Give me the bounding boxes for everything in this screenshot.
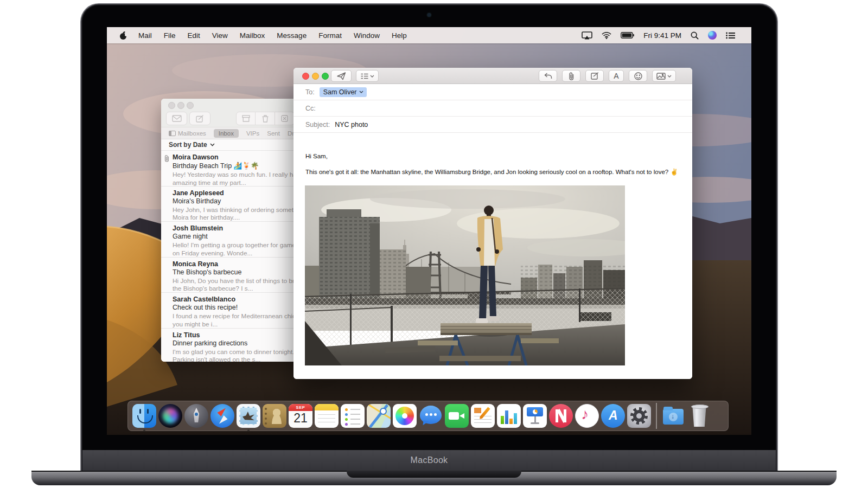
junk-button[interactable] xyxy=(275,112,295,125)
victory-hand-emoji: ✌️ xyxy=(670,169,678,175)
archive-icon xyxy=(242,115,250,122)
dock-app-icon[interactable] xyxy=(627,404,651,428)
get-mail-button[interactable] xyxy=(166,112,187,125)
chevron-down-icon xyxy=(667,75,672,78)
favorites-inbox-selected[interactable]: Inbox xyxy=(214,129,239,138)
favorites-sent[interactable]: Sent xyxy=(267,130,280,137)
notification-center-icon[interactable] xyxy=(726,32,735,39)
menu-item[interactable]: View xyxy=(206,31,234,40)
battery-icon[interactable] xyxy=(621,32,634,38)
dock-app-icon[interactable] xyxy=(184,404,208,428)
to-label: To: xyxy=(305,88,315,96)
undo-button[interactable] xyxy=(539,70,557,82)
clock[interactable]: Fri 9:41 PM xyxy=(643,31,681,40)
subject-label: Subject: xyxy=(305,121,330,129)
sort-by-date-control[interactable]: Sort by Date xyxy=(169,141,207,149)
lid-opening-notch xyxy=(347,471,521,478)
dock-app-icon[interactable] xyxy=(315,404,339,428)
menu-item[interactable]: File xyxy=(158,31,182,40)
cc-field[interactable]: Cc: xyxy=(293,100,692,117)
delete-button[interactable] xyxy=(256,112,275,125)
dock-app-icon[interactable] xyxy=(653,404,659,428)
sender-name: Moira Dawson xyxy=(173,153,219,161)
running-indicator-dot xyxy=(143,429,145,432)
photo-icon xyxy=(656,73,666,80)
dock-app-icon[interactable] xyxy=(158,404,182,428)
wifi-icon[interactable] xyxy=(602,32,611,39)
dock-app-icon[interactable] xyxy=(471,404,495,428)
favorites-mailboxes[interactable]: Mailboxes xyxy=(169,130,206,137)
send-button[interactable] xyxy=(331,70,352,82)
attach-button[interactable] xyxy=(562,70,580,82)
compose-icon xyxy=(196,115,204,123)
message-body[interactable]: Hi Sam, This one's got it all: the Manha… xyxy=(293,133,692,379)
siri-icon[interactable] xyxy=(708,31,717,40)
list-fields-icon xyxy=(361,73,368,79)
close-button[interactable] xyxy=(168,102,175,109)
recipient-token[interactable]: Sam Oliver xyxy=(320,87,367,97)
sender-name: Josh Blumstein xyxy=(173,224,223,232)
favorites-vips[interactable]: VIPs xyxy=(246,130,259,137)
dock-app-icon[interactable] xyxy=(497,404,521,428)
body-greeting: Hi Sam, xyxy=(305,153,328,159)
dock-app-icon[interactable] xyxy=(687,404,711,428)
airplay-display-icon[interactable] xyxy=(582,31,592,40)
menu-item[interactable]: Message xyxy=(271,31,312,40)
chevron-down-icon xyxy=(210,143,215,146)
dock: SEP 21 xyxy=(127,401,729,431)
dock-app-icon[interactable] xyxy=(549,404,573,428)
subject-value: NYC photo xyxy=(335,121,368,129)
menu-item[interactable]: Help xyxy=(386,31,413,40)
stationery-button[interactable] xyxy=(585,70,604,82)
dock-app-icon[interactable] xyxy=(237,404,260,428)
dock-app-icon[interactable] xyxy=(419,404,443,428)
format-button[interactable]: A xyxy=(609,70,624,82)
dock-app-icon[interactable] xyxy=(445,404,469,428)
dock-app-icon[interactable] xyxy=(263,404,286,428)
close-button[interactable] xyxy=(302,73,309,80)
header-fields-button[interactable] xyxy=(356,70,379,82)
envelope-icon xyxy=(172,115,182,122)
menu-item[interactable]: Mail xyxy=(132,31,158,40)
zoom-button[interactable] xyxy=(187,102,194,109)
macbook-label: MacBook xyxy=(411,455,448,465)
dock-app-icon[interactable] xyxy=(367,404,391,428)
archive-button[interactable] xyxy=(236,112,256,125)
macbook-base xyxy=(31,471,837,485)
dock-app-icon[interactable] xyxy=(132,404,156,428)
dock-app-icon[interactable] xyxy=(393,404,417,428)
menu-item[interactable]: Mailbox xyxy=(234,31,271,40)
compose-toolbar[interactable]: A xyxy=(293,68,692,84)
chevron-down-icon xyxy=(359,91,363,93)
dock-app-icon[interactable] xyxy=(341,404,365,428)
trash-icon xyxy=(262,115,269,123)
body-paragraph: This one's got it all: the Manhattan sky… xyxy=(305,168,685,176)
subject-field[interactable]: Subject: NYC photo xyxy=(293,117,692,133)
menu-item[interactable]: Format xyxy=(312,31,348,40)
nyc-rooftop-photo xyxy=(305,185,625,365)
dock-app-icon[interactable] xyxy=(523,404,547,428)
junk-icon xyxy=(281,115,288,122)
screen: MailFileEditViewMailboxMessageFormatWind… xyxy=(107,27,751,435)
emoji-button[interactable] xyxy=(629,70,647,82)
attachment-paperclip-icon xyxy=(164,155,170,164)
dock-app-icon[interactable] xyxy=(661,404,685,428)
cc-label: Cc: xyxy=(305,105,316,112)
spotlight-search-icon[interactable] xyxy=(691,31,699,40)
menu-item[interactable]: Window xyxy=(348,31,386,40)
menu-item[interactable]: Edit xyxy=(182,31,206,40)
undo-arrow-icon xyxy=(544,73,552,79)
emoji-smiley-icon xyxy=(634,72,642,80)
dock-app-icon[interactable] xyxy=(601,404,625,428)
new-message-button[interactable] xyxy=(189,112,210,125)
apple-menu-icon[interactable] xyxy=(119,31,128,40)
minimize-button[interactable] xyxy=(177,102,184,109)
format-a-icon: A xyxy=(614,72,618,80)
minimize-button[interactable] xyxy=(312,73,319,80)
dock-app-icon[interactable]: SEP 21 xyxy=(289,404,312,428)
photo-browser-button[interactable] xyxy=(652,70,676,82)
zoom-button[interactable] xyxy=(322,73,329,80)
dock-app-icon[interactable] xyxy=(210,404,234,428)
dock-app-icon[interactable] xyxy=(575,404,599,428)
to-field[interactable]: To: Sam Oliver xyxy=(293,84,692,100)
